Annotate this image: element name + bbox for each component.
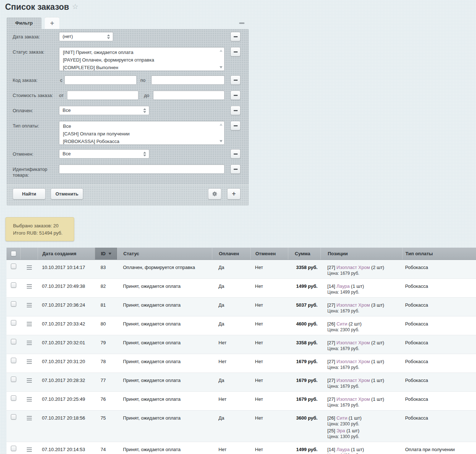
- row-menu-icon[interactable]: [27, 397, 32, 402]
- row-menu-icon[interactable]: [27, 265, 32, 270]
- row-checkbox[interactable]: [11, 414, 16, 420]
- tab-filter[interactable]: Фильтр: [7, 17, 42, 29]
- scroll-up-icon[interactable]: [220, 123, 222, 126]
- position-item: [27] Изопласт Хром (3 шт)Цена: 1679 руб.: [327, 302, 402, 314]
- table-row[interactable]: 10.10.2017 10:14:17 83 Оплачен, формируе…: [7, 260, 476, 278]
- row-menu-icon[interactable]: [27, 447, 32, 452]
- row-menu-icon[interactable]: [27, 303, 32, 307]
- product-link[interactable]: Эра: [336, 428, 345, 433]
- product-code: [27]: [327, 396, 336, 402]
- remove-code-filter-button[interactable]: [230, 75, 241, 85]
- row-checkbox[interactable]: [11, 377, 16, 382]
- row-menu-icon[interactable]: [27, 360, 32, 364]
- favorite-star-icon[interactable]: ☆: [72, 3, 78, 10]
- product-link[interactable]: Изопласт Хром: [336, 396, 370, 402]
- column-header-status[interactable]: Статус: [117, 248, 212, 260]
- remove-status-filter-button[interactable]: [230, 47, 241, 56]
- table-row[interactable]: 07.10.2017 20:28:32 77 Принят, ожидается…: [7, 373, 476, 391]
- cancelled-select[interactable]: Все: [59, 149, 149, 159]
- column-header-date[interactable]: Дата создания: [38, 248, 95, 260]
- search-button[interactable]: Найти: [13, 188, 46, 199]
- product-link[interactable]: Лаура: [336, 447, 349, 452]
- position-item: [27] Изопласт Хром (1 шт)Цена: 1679 руб.: [327, 377, 402, 389]
- product-id-input[interactable]: [59, 164, 225, 174]
- row-menu-icon[interactable]: [27, 416, 32, 420]
- row-checkbox-cell: [7, 373, 20, 390]
- paid-select[interactable]: Все: [59, 106, 149, 115]
- table-row[interactable]: 07.10.2017 20:31:20 78 Принят, ожидается…: [7, 354, 476, 373]
- order-date-select[interactable]: (нет): [59, 32, 113, 41]
- product-link[interactable]: Изопласт Хром: [336, 359, 370, 364]
- remove-product-id-filter-button[interactable]: [230, 164, 241, 174]
- product-link[interactable]: Изопласт Хром: [336, 302, 370, 308]
- table-row[interactable]: 07.10.2017 20:32:01 79 Принят, ожидается…: [7, 335, 476, 354]
- order-created-date: 10.10.2017 10:14:17: [38, 260, 95, 277]
- order-cost-from-input[interactable]: [67, 91, 139, 100]
- table-row[interactable]: 07.10.2017 20:14:53 74 Принят, ожидается…: [7, 442, 476, 454]
- order-status-listbox[interactable]: [INIT] Принят, ожидается оплата [PAYED] …: [59, 47, 225, 71]
- order-cost-to-input[interactable]: [153, 91, 225, 100]
- position-item: [27] Изопласт Хром (2 шт)Цена: 1679 руб.: [327, 264, 402, 276]
- product-link[interactable]: Лаура: [336, 283, 349, 289]
- column-header-payment[interactable]: Тип оплаты: [402, 248, 476, 260]
- table-row[interactable]: 07.10.2017 20:33:42 80 Принят, ожидается…: [7, 316, 476, 335]
- row-menu-icon[interactable]: [27, 341, 32, 345]
- filter-body: Дата заказа: (нет) Статус заказа: [INIT]…: [7, 29, 249, 185]
- filter-label: Тип оплаты:: [13, 123, 56, 129]
- payment-type-option[interactable]: Все: [63, 122, 221, 130]
- column-header-positions[interactable]: Позиции: [320, 248, 402, 260]
- product-link[interactable]: Сити: [336, 321, 347, 327]
- status-option[interactable]: [INIT] Принят, ожидается оплата: [63, 49, 221, 56]
- product-link[interactable]: Изопласт Хром: [336, 265, 370, 270]
- menu-column-header: [20, 248, 38, 260]
- row-menu-cell: [20, 335, 38, 352]
- row-checkbox[interactable]: [11, 282, 16, 288]
- table-row[interactable]: 07.10.2017 20:49:38 82 Принят, ожидается…: [7, 278, 476, 297]
- order-code-from-input[interactable]: [64, 75, 137, 85]
- remove-cost-filter-button[interactable]: [230, 91, 241, 100]
- payment-type-option[interactable]: [ROBOKASSA] Робокасса: [63, 138, 221, 145]
- row-checkbox[interactable]: [11, 339, 16, 344]
- scroll-up-icon[interactable]: [220, 50, 222, 52]
- product-link[interactable]: Сити: [336, 415, 347, 421]
- payment-type-listbox[interactable]: Все [CASH] Оплата при получении [ROBOKAS…: [59, 121, 225, 145]
- collapse-filter-icon[interactable]: [239, 22, 245, 24]
- position-price: Цена: 1300 руб.: [327, 434, 402, 440]
- scroll-down-icon[interactable]: [220, 140, 222, 142]
- order-code-to-input[interactable]: [151, 75, 225, 85]
- column-header-sum[interactable]: Сумма: [288, 248, 320, 260]
- column-header-id[interactable]: ID: [95, 248, 117, 260]
- cancel-button[interactable]: Отменить: [51, 188, 83, 199]
- payment-type-option[interactable]: [CASH] Оплата при получении: [63, 130, 221, 138]
- column-header-cancelled[interactable]: Отменен: [250, 248, 288, 260]
- row-checkbox[interactable]: [11, 358, 16, 363]
- add-filter-button[interactable]: +: [227, 188, 241, 199]
- row-checkbox-cell: [7, 316, 20, 333]
- remove-paid-filter-button[interactable]: [230, 106, 241, 115]
- table-row[interactable]: 07.10.2017 20:25:49 76 Принят, ожидается…: [7, 391, 476, 410]
- order-status: Принят, ожидается оплата: [117, 354, 212, 371]
- scroll-down-icon[interactable]: [220, 66, 222, 68]
- row-checkbox[interactable]: [11, 395, 16, 401]
- status-option[interactable]: [COMPLETED] Выполнен: [63, 64, 221, 71]
- row-menu-icon[interactable]: [27, 378, 32, 383]
- row-checkbox[interactable]: [11, 320, 16, 325]
- remove-date-filter-button[interactable]: [230, 32, 241, 41]
- row-checkbox[interactable]: [11, 446, 16, 451]
- product-link[interactable]: Изопласт Хром: [336, 378, 370, 383]
- add-filter-tab[interactable]: +: [45, 17, 59, 29]
- remove-cancelled-filter-button[interactable]: [230, 149, 241, 159]
- status-option[interactable]: [PAYED] Оплачен, формируется отправка: [63, 56, 221, 64]
- order-positions: [14] Лаура (1 шт)Цена: 1499 руб.: [320, 279, 402, 296]
- column-header-paid[interactable]: Оплачен: [212, 248, 250, 260]
- remove-payment-type-filter-button[interactable]: [230, 121, 241, 130]
- row-menu-icon[interactable]: [27, 284, 32, 289]
- table-row[interactable]: 07.10.2017 20:18:56 75 Принят, ожидается…: [7, 410, 476, 442]
- select-all-checkbox[interactable]: [11, 251, 16, 256]
- product-link[interactable]: Изопласт Хром: [336, 340, 370, 345]
- row-checkbox[interactable]: [11, 301, 16, 307]
- row-checkbox[interactable]: [11, 264, 16, 269]
- settings-button[interactable]: [208, 188, 221, 199]
- row-menu-icon[interactable]: [27, 322, 32, 326]
- table-row[interactable]: 07.10.2017 20:36:24 81 Принят, ожидается…: [7, 297, 476, 316]
